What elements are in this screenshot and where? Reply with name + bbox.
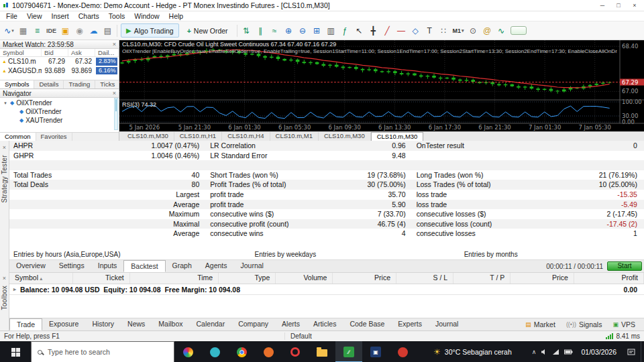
taskbar-app-browser2[interactable] <box>389 341 416 362</box>
timeframe-button-dropdown[interactable]: ▾ <box>462 28 464 34</box>
grid-icon[interactable]: ⊞ <box>311 24 323 38</box>
menu-window[interactable]: Window <box>129 12 164 20</box>
market-watch-row[interactable]: ▲XAGUSD.m93.68993.8696.16% <box>0 66 119 76</box>
market-watch-column-2[interactable]: Ask <box>68 49 95 56</box>
toolbox-tab-articles[interactable]: Articles <box>307 318 343 330</box>
timeframe-button[interactable]: M1▾ <box>451 24 466 38</box>
tester-tab-agents[interactable]: Agents <box>199 260 234 272</box>
market-watch-tab-symbols[interactable]: Symbols <box>0 80 34 88</box>
tester-tab-overview[interactable]: Overview <box>9 260 52 272</box>
close-button[interactable]: × <box>628 2 641 9</box>
chart-tab-cls10-m-h1[interactable]: CLS10.m,H1 <box>174 132 222 141</box>
record-icon[interactable]: ◉ <box>73 24 86 38</box>
menu-tools[interactable]: Tools <box>104 12 130 20</box>
taskbar-app-metatrader[interactable]: ∕∕ <box>335 341 362 362</box>
taskbar-clock[interactable]: 01/03/2026 <box>576 348 622 356</box>
navigator-tab-favorites[interactable]: Favorites <box>36 133 72 141</box>
network-icon[interactable] <box>552 349 559 355</box>
market-watch-tab-details[interactable]: Details <box>34 80 64 88</box>
chart-area[interactable]: 5 Jan 20265 Jan 21:306 Jan 01:306 Jan 05… <box>119 40 644 131</box>
data-window-icon[interactable]: ▥ <box>325 24 337 38</box>
pause-icon[interactable]: ∥ <box>254 24 267 38</box>
trade-column-volume[interactable]: Volume <box>276 273 333 284</box>
start-button-tester[interactable]: Start <box>607 261 642 271</box>
navigator-item-oilxtrender[interactable]: ◆OilXTrender <box>0 107 119 116</box>
strategy-tester-vertical-tab[interactable]: × Strategy Tester <box>1 141 8 272</box>
metaeditor-ide-button[interactable]: IDE <box>45 24 58 38</box>
trade-column-profit[interactable]: Profit <box>574 273 644 284</box>
trade-column-ticket[interactable]: Ticket <box>73 273 130 284</box>
connection-latency[interactable]: 8.41 ms <box>616 333 640 340</box>
toolbox-tab-exposure[interactable]: Exposure <box>42 318 85 330</box>
zigzag-icon[interactable]: ≈ <box>268 24 281 38</box>
new-chart-icon-dropdown[interactable]: ▾ <box>11 28 14 34</box>
menu-file[interactable]: File <box>1 12 22 20</box>
toolbox-tab-company[interactable]: Company <box>231 318 275 330</box>
crosshair-icon[interactable]: ╋ <box>367 24 380 38</box>
trade-column-time[interactable]: Time <box>130 273 219 284</box>
cloud-icon[interactable]: ☁ <box>87 24 100 38</box>
toolbox-close-icon[interactable]: × <box>3 275 6 282</box>
trade-column-symbol[interactable]: Symbol ▴ <box>9 273 73 284</box>
buy-sell-arrows-icon[interactable]: ⇅ <box>240 24 253 38</box>
minimize-button[interactable]: ─ <box>596 2 609 9</box>
toolbox-vertical-tab[interactable]: × Toolbox <box>1 272 8 330</box>
trade-column-price[interactable]: Price <box>333 273 396 284</box>
toolbox-tab-alerts[interactable]: Alerts <box>275 318 307 330</box>
market-watch-tab-ticks[interactable]: Ticks <box>95 80 120 88</box>
menu-insert[interactable]: Insert <box>47 12 74 20</box>
zoom-out-icon[interactable]: ⊖ <box>297 24 309 38</box>
strategy-tester-close-icon[interactable]: × <box>3 144 6 151</box>
algo-trading-button[interactable]: ▶Algo Trading <box>121 23 179 38</box>
taskbar-search-input[interactable]: Type here to search <box>31 341 174 362</box>
trade-column-type[interactable]: Type <box>219 273 276 284</box>
show-desktop-strip[interactable] <box>641 341 644 362</box>
zoom-in-icon[interactable]: ⊕ <box>282 24 295 38</box>
community-icon[interactable]: @ <box>481 24 494 38</box>
tester-tab-graph[interactable]: Graph <box>166 260 199 272</box>
status-profile[interactable]: Default <box>284 333 606 340</box>
market-watch-column-3[interactable]: Dail... <box>95 49 119 56</box>
navigator-close-icon[interactable]: × <box>113 90 116 97</box>
chart-tab-cls10-m-m30[interactable]: CLS10.m,M30 <box>319 132 371 141</box>
taskbar-app-opera[interactable] <box>282 341 309 362</box>
taskbar-app-folder[interactable] <box>309 341 335 362</box>
horizontal-line-icon[interactable]: ― <box>395 24 408 38</box>
chart-shift-icon[interactable]: ∿ <box>495 24 508 38</box>
tester-tab-settings[interactable]: Settings <box>52 260 91 272</box>
trade-column-s-l[interactable]: S / L <box>396 273 453 284</box>
signals-button[interactable]: ((•))Signals <box>561 320 607 328</box>
expand-icon[interactable]: ▸ <box>9 286 20 292</box>
expander-icon[interactable]: ▾ <box>3 99 8 107</box>
print-icon[interactable]: ▤ <box>101 24 114 38</box>
taskbar-weather-widget[interactable]: ☀ 30°C Sebagian cerah <box>427 347 519 357</box>
toolbox-tab-trade[interactable]: Trade <box>9 318 42 330</box>
chart-tab-cls10-m-h4[interactable]: CLS10.m,H4 <box>222 132 270 141</box>
action-center-button[interactable] <box>622 348 641 356</box>
text-label-icon[interactable]: T <box>423 24 436 38</box>
market-watch-column-0[interactable]: Symbol <box>0 49 42 56</box>
tester-tab-journal[interactable]: Journal <box>234 260 270 272</box>
vps-button[interactable]: ▣VPS <box>608 320 640 328</box>
menu-help[interactable]: Help <box>164 12 189 20</box>
market-button[interactable]: ▤Market <box>521 320 560 328</box>
market-depth-icon[interactable]: ≡ <box>31 24 44 38</box>
navigator-item-xautrender[interactable]: ◆XAUTrender <box>0 116 119 125</box>
balance-row[interactable]: ▸Balance: 10 094.08 USD Equity: 10 094.0… <box>9 284 644 295</box>
navigator-item-oilxtrender[interactable]: ▾◆OilXTrender <box>0 99 119 107</box>
toolbox-tab-code-base[interactable]: Code Base <box>343 318 391 330</box>
navigator-tab-common[interactable]: Common <box>0 133 36 141</box>
start-button[interactable] <box>0 341 31 362</box>
toolbox-tab-mailbox[interactable]: Mailbox <box>152 318 189 330</box>
market-watch-tab-trading[interactable]: Trading <box>64 80 95 88</box>
maximize-button[interactable]: □ <box>612 2 625 9</box>
taskbar-app-firefox[interactable] <box>255 341 282 362</box>
taskbar-app-edge[interactable] <box>201 341 228 362</box>
chart-profiles-icon[interactable]: ▦ <box>17 24 30 38</box>
menu-charts[interactable]: Charts <box>74 12 104 20</box>
navigator-scrollbar[interactable] <box>114 98 118 130</box>
trendline-icon[interactable]: ╱ <box>381 24 394 38</box>
market-watch-row[interactable]: ▲CLS10.m67.2967.322.83% <box>0 57 119 66</box>
trade-column-t-p[interactable]: T / P <box>453 273 511 284</box>
toolbox-tab-journal[interactable]: Journal <box>429 318 465 330</box>
